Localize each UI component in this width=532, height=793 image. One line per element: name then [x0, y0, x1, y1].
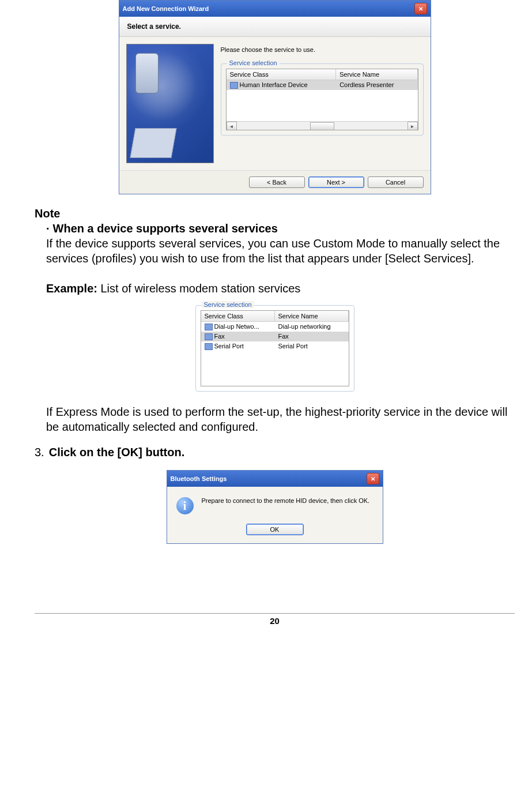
list-item[interactable]: Human Interface Device Cordless Presente… — [227, 80, 418, 90]
wizard-side-image — [126, 44, 214, 163]
bullet-mark: · — [46, 221, 50, 236]
device-icon — [205, 324, 213, 330]
note-heading: Note — [35, 206, 515, 221]
msgbox-text: Prepare to connect to the remote HID dev… — [202, 497, 370, 504]
example-service-group: Service selection Service Class Service … — [195, 305, 354, 392]
service-listview[interactable]: Service Class Service Name Human Interfa… — [226, 69, 418, 130]
paragraph-2: If Express Mode is used to perform the s… — [35, 404, 515, 434]
horizontal-scrollbar[interactable]: ◄ ► — [227, 121, 418, 130]
device-icon — [205, 333, 213, 340]
service-selection-group: Service selection Service Class Service … — [221, 63, 424, 136]
example-listview[interactable]: Service Class Service Name Dial-up Netwo… — [201, 310, 349, 386]
bullet-title: When a device supports several services — [53, 221, 278, 236]
col-service-name[interactable]: Service Name — [275, 311, 349, 321]
info-icon: i — [176, 497, 194, 514]
paragraph-1: If the device supports several services,… — [35, 236, 515, 266]
scroll-left-icon[interactable]: ◄ — [227, 122, 237, 130]
scroll-thumb[interactable] — [310, 122, 334, 130]
device-icon — [205, 343, 213, 350]
list-item[interactable]: Fax Fax — [201, 332, 349, 341]
col-service-name[interactable]: Service Name — [336, 69, 418, 80]
wizard-window: Add New Connection Wizard ✕ Select a ser… — [119, 0, 431, 194]
instruction-text: Please choose the service to use. — [221, 44, 424, 61]
col-service-class[interactable]: Service Class — [227, 69, 336, 80]
device-icon — [230, 82, 238, 89]
msgbox-title: Bluetooth Settings — [171, 475, 227, 482]
close-icon[interactable]: ✕ — [414, 3, 427, 14]
step-text: Click on the [OK] button. — [49, 445, 185, 460]
list-item[interactable]: Dial-up Netwo... Dial-up networking — [201, 322, 349, 332]
next-button[interactable]: Next > — [308, 176, 364, 188]
titlebar: Bluetooth Settings ✕ — [167, 471, 383, 487]
example-label: Example: — [46, 282, 97, 295]
list-item[interactable]: Serial Port Serial Port — [201, 341, 349, 351]
fieldset-legend: Service selection — [227, 59, 280, 66]
step-number: 3. — [35, 445, 44, 460]
bluetooth-msgbox: Bluetooth Settings ✕ i Prepare to connec… — [167, 470, 383, 544]
example-text: List of wireless modem station services — [97, 282, 300, 295]
back-button[interactable]: < Back — [249, 176, 305, 188]
close-icon[interactable]: ✕ — [367, 473, 379, 484]
col-service-class[interactable]: Service Class — [201, 311, 275, 321]
cancel-button[interactable]: Cancel — [368, 176, 424, 188]
page-number: 20 — [35, 613, 515, 626]
scroll-right-icon[interactable]: ► — [408, 122, 418, 130]
banner-text: Select a service. — [119, 17, 431, 37]
ok-button[interactable]: OK — [246, 524, 304, 535]
titlebar: Add New Connection Wizard ✕ — [119, 1, 431, 17]
fieldset-legend: Service selection — [202, 301, 254, 308]
window-title: Add New Connection Wizard — [123, 5, 209, 12]
